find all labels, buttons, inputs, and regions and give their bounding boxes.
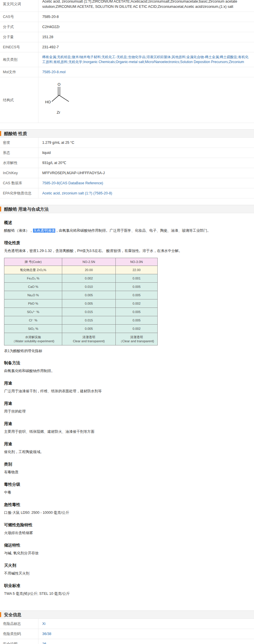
spec-table-caption: 表1为醋酸锆的理化指标 <box>4 349 249 354</box>
row-hazard-symbol: 危险品标志 Xi <box>0 619 254 629</box>
field-label: CAS 数据库 <box>0 178 38 188</box>
row-safety-statements: 安全说明 26 <box>0 639 254 644</box>
usage-text-acute-toxicity: 口服-大鼠 LD50: 2500 - 10000 毫克/公斤 <box>4 510 249 516</box>
field-value: liquid <box>38 148 254 158</box>
usage-text-flammability: 火场排出含锆烟雾 <box>4 530 249 536</box>
spec-cell: 0.002 <box>116 299 158 308</box>
usage-heading-preparation: 制备方法 <box>4 360 249 366</box>
usage-text-storage: 与碱, 氧化剂分开存放 <box>4 551 249 556</box>
field-value: MFFVROSEPLMJAP-UHFFFAOYSA-J <box>38 168 254 178</box>
spec-cell: CaO % <box>4 283 62 291</box>
row-density: 密度 1.279 g/mL at 25 °C <box>0 138 254 148</box>
spec-cell: 0.001 <box>116 274 158 283</box>
spec-cell: Na₂O % <box>4 291 62 299</box>
spec-cell: 0.005 <box>62 291 116 299</box>
usage-heading-occupational-standard: 职业标准 <box>4 583 249 588</box>
field-label: 分子量 <box>0 32 38 42</box>
field-value: C2H4O2Zr <box>38 22 254 32</box>
row-structure: 结构式 O HO Zr <box>0 77 254 123</box>
spec-cell: 水溶解实验 （Water solubility experiment) <box>4 333 62 345</box>
usage-heading-flammability: 可燃性危险特性 <box>4 522 249 528</box>
row-einecs: EINECS号 231-492-7 <box>0 42 254 52</box>
spec-cell: 0.005 <box>116 291 158 299</box>
field-value: 231-492-7 <box>38 42 254 52</box>
spec-cell: 0.010 <box>62 283 116 291</box>
spec-cell: SiO₂ % <box>4 325 62 333</box>
spec-cell: 0.015 <box>62 308 116 316</box>
field-value: 151.28 <box>38 32 254 42</box>
field-label: 英文同义词 <box>0 0 38 12</box>
usage-heading-category: 类别 <box>4 462 249 467</box>
overview-highlighted-text: 无色透明液体 <box>33 229 55 233</box>
section-accent-bar <box>0 131 1 136</box>
spec-cell: PbO % <box>4 299 62 308</box>
field-label: InChIKey <box>0 168 38 178</box>
field-value: 7585-20-8 <box>38 12 254 22</box>
field-label: 水溶解性 <box>0 158 38 168</box>
usage-heading-use-1: 用途 <box>4 381 249 386</box>
section-properties: 醋酸锆 性质 密度 1.279 g/mL at 25 °C 形态 liquid … <box>0 129 254 198</box>
epa-substance-link[interactable]: Acetic acid, zirconium salt (1:?) (7585-… <box>42 191 112 196</box>
row-risk-codes: 危险类别码 36/38 <box>0 629 254 639</box>
field-label: 安全说明 <box>0 639 38 644</box>
row-epa-info: EPA化学物质信息 Acetic acid, zirconium salt (1… <box>0 188 254 198</box>
spec-row: Na₂O % 0.005 0.005 <box>4 291 158 299</box>
spec-header-row: 牌 号(Code) NO-2.5N NO-3.0N <box>4 258 158 266</box>
spec-cell: 22.00 <box>116 266 158 274</box>
spec-cell: 0.015 <box>62 316 116 325</box>
spec-cell: 0.002 <box>62 274 116 283</box>
field-label: 密度 <box>0 138 38 148</box>
row-form: 形态 liquid <box>0 148 254 158</box>
spec-cell: 清澈透明 （Clear and transparent) <box>116 333 158 345</box>
row-cas-database: CAS 数据库 7585-20-8(CAS DataBase Reference… <box>0 178 254 188</box>
hazard-symbol-link[interactable]: Xi <box>42 621 45 626</box>
field-label: EINECS号 <box>0 42 38 52</box>
row-english-synonyms: 英文同义词 Acetic acid, zirconiumsalt (1:?);Z… <box>0 0 254 12</box>
spec-cell: 0.005 <box>116 316 158 325</box>
field-value: Acetic acid, zirconiumsalt (1:?);ZIRCONI… <box>38 0 254 12</box>
spec-row: SO₄²⁻ % 0.015 0.005 <box>4 308 158 316</box>
field-label: 形态 <box>0 148 38 158</box>
cas-database-link[interactable]: 7585-20-8(CAS DataBase Reference) <box>42 181 103 186</box>
field-value: 931g/L at 20℃ <box>38 158 254 168</box>
chemical-detail-page: 英文同义词 Acetic acid, zirconiumsalt (1:?);Z… <box>0 0 254 644</box>
usage-text-use-3: 主要用于纺织、纸张阻燃、建材防火、油漆催干剂等方面 <box>4 429 249 435</box>
spec-header-cell: 牌 号(Code) <box>4 258 62 266</box>
usage-heading-use-4: 用途 <box>4 441 249 447</box>
section-safety: 安全信息 危险品标志 Xi 危险类别码 36/38 安全说明 26 危险品运输编… <box>0 610 254 644</box>
safety-statements-link[interactable]: 26 <box>42 641 46 644</box>
mol-file-link[interactable]: 7585-20-8.mol <box>42 69 66 75</box>
overview-pre: 醋酸锆（液体）， <box>4 229 33 233</box>
row-molecular-formula: 分子式 C2H4O2Zr <box>0 22 254 32</box>
usage-heading-extinguisher: 灭火剂 <box>4 563 249 568</box>
usage-text-category: 有毒物质 <box>4 470 249 475</box>
spec-row: Cl⁻ % 0.015 0.005 <box>4 316 158 325</box>
usage-heading-toxicity-grade: 毒性分级 <box>4 482 249 487</box>
spec-cell: 0.005 <box>116 283 158 291</box>
overview-post: ，由氧氯化锆和碳酸钠作用制得。广泛用于医学、化妆品、电子、陶瓷、油漆、玻璃等工业… <box>55 229 211 233</box>
spec-cell: 0.002 <box>116 325 158 333</box>
field-label: EPA化学物质信息 <box>0 188 38 198</box>
spec-table: 牌 号(Code) NO-2.5N NO-3.0N 氧化物总量 ZrO₂% 20… <box>4 258 158 345</box>
spec-row: SiO₂ % 0.005 0.002 <box>4 325 158 333</box>
usage-heading-acute-toxicity: 急性毒性 <box>4 502 249 507</box>
spec-row: 氧化物总量 ZrO₂% 20.00 22.00 <box>4 266 158 274</box>
related-categories-links[interactable]: 稀有金属;无机锆盐;微米/纳米电子材料;无机化工-无机盐;生物化学品;溶液沉积前… <box>42 55 249 64</box>
usage-text-use-1: 广泛用于油漆催干剂，纤维、纸张的表面处理，建材防水剂等 <box>4 389 249 394</box>
spec-row-water-solubility: 水溶解实验 （Water solubility experiment) 清澈透明… <box>4 333 158 345</box>
section-header: 安全信息 <box>0 610 254 619</box>
structure-zirconium-label: Zr <box>57 110 60 115</box>
spec-header-cell: NO-2.5N <box>62 258 116 266</box>
field-label: 结构式 <box>0 77 38 123</box>
risk-codes-link[interactable]: 36/38 <box>42 631 51 636</box>
usage-heading-overview: 概述 <box>4 220 249 225</box>
usage-text-use-2: 用于丝的处理 <box>4 409 249 414</box>
usage-heading-physchem: 理化性质 <box>4 240 249 246</box>
row-mol-file: Mol文件 7585-20-8.mol <box>0 67 254 77</box>
structure-oxygen-label: O <box>58 82 60 87</box>
section-title: 安全信息 <box>4 612 21 617</box>
spec-cell: 0.005 <box>62 325 116 333</box>
usage-text-preparation: 由氧氯化锆和碳酸钠作用制得。 <box>4 368 249 374</box>
field-label: Mol文件 <box>0 67 38 77</box>
usage-text-occupational-standard: TWA 5 毫克(锆)/公斤; STEL 10 毫克/公斤 <box>4 591 249 597</box>
